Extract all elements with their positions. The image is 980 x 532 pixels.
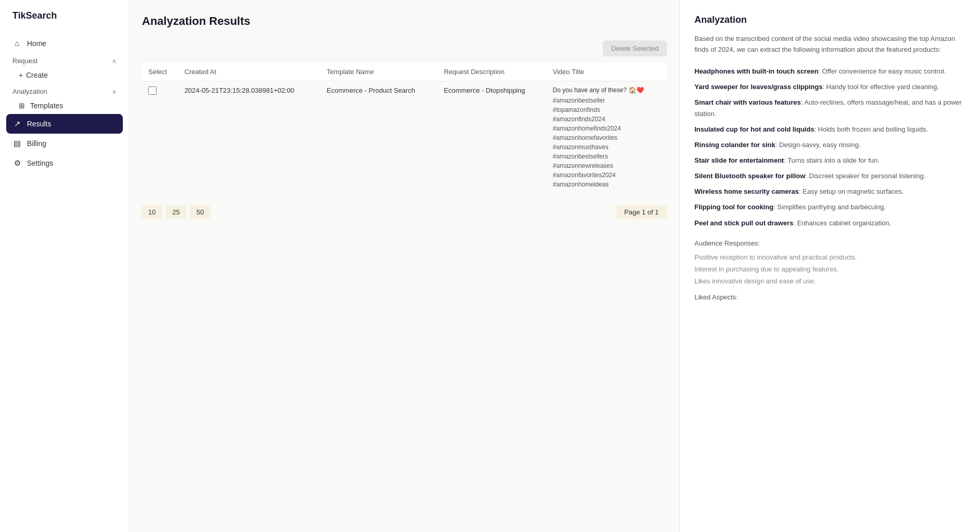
home-icon: ⌂ (12, 39, 22, 48)
row-select-cell (142, 81, 178, 195)
row-checkbox-0[interactable] (148, 87, 157, 95)
table-panel: Analyzation Results Delete Selected Sele… (130, 0, 679, 532)
analysis-product-0: Headphones with built-in touch screen: O… (694, 66, 965, 77)
analysis-product-5: Stair slide for entertainment: Turns sta… (694, 155, 965, 166)
col-video-title: Video Title (547, 63, 667, 81)
analysis-intro: Based on the transcribed content of the … (694, 34, 965, 55)
plus-icon: + (19, 71, 23, 79)
page-size-25[interactable]: 25 (166, 205, 186, 219)
audience-responses-label: Audience Responses: (694, 239, 965, 247)
col-created-at: Created At (178, 63, 320, 81)
sidebar-item-templates[interactable]: ⊞ Templates (0, 97, 129, 114)
create-label: Create (26, 71, 48, 79)
content-area: Analyzation Results Delete Selected Sele… (130, 0, 980, 532)
row-template-name: Ecommerce - Product Search (320, 81, 437, 195)
product-name-9: Peel and stick pull out drawers (694, 219, 793, 227)
product-name-8: Flipping tool for cooking (694, 203, 773, 211)
analysis-product-4: Rinsing colander for sink: Design-savvy,… (694, 139, 965, 151)
sidebar-item-home[interactable]: ⌂ Home (0, 34, 129, 53)
product-name-3: Insulated cup for hot and cold liquids (694, 125, 814, 133)
audience-response-1: Interest in purchasing due to appealing … (694, 265, 965, 273)
row-video-title: Do you have any of these? 🏠❤️#amazonbest… (547, 81, 667, 195)
sidebar-section-request: Request ∧ (0, 53, 129, 67)
toolbar: Delete Selected (142, 40, 667, 56)
analysis-audience: Positive reception to innovative and pra… (694, 253, 965, 285)
audience-response-0: Positive reception to innovative and pra… (694, 253, 965, 261)
col-request-desc: Request Description (437, 63, 546, 81)
billing-label: Billing (27, 139, 46, 148)
video-main-text: Do you have any of these? 🏠❤️ (553, 87, 661, 94)
analysis-title: Analyzation (694, 15, 965, 25)
table-body: 2024-05-21T23:15:28.038981+02:00Ecommerc… (142, 81, 667, 195)
row-created-at: 2024-05-21T23:15:28.038981+02:00 (178, 81, 320, 195)
sidebar-item-results[interactable]: ↗ Results (6, 114, 123, 134)
analyzation-label: Analyzation (12, 88, 47, 95)
product-name-4: Rinsing colander for sink (694, 141, 775, 149)
results-label: Results (27, 120, 51, 128)
analyzation-chevron: ∧ (112, 88, 117, 95)
audience-response-2: Likes innovative design and ease of use. (694, 277, 965, 285)
analysis-product-1: Yard sweeper for leaves/grass clippings:… (694, 81, 965, 93)
sidebar-item-settings[interactable]: ⚙ Settings (0, 153, 129, 173)
product-name-5: Stair slide for entertainment (694, 156, 784, 164)
request-chevron: ∧ (112, 57, 117, 65)
sidebar-section-analyzation: Analyzation ∧ (0, 83, 129, 97)
table-icon: ⊞ (19, 102, 25, 110)
sidebar-item-billing[interactable]: ▤ Billing (0, 134, 129, 153)
results-icon: ↗ (12, 119, 22, 128)
product-name-6: Silent Bluetooth speaker for pillow (694, 172, 805, 180)
request-label: Request (12, 57, 37, 65)
table-row: 2024-05-21T23:15:28.038981+02:00Ecommerc… (142, 81, 667, 195)
sidebar: TikSearch ⌂ Home Request ∧ + Create Anal… (0, 0, 130, 532)
table-header: Select Created At Template Name Request … (142, 63, 667, 81)
page-info: Page 1 of 1 (616, 205, 667, 219)
page-size-50[interactable]: 50 (190, 205, 210, 219)
home-label: Home (27, 39, 46, 48)
col-template-name: Template Name (320, 63, 437, 81)
analysis-products: Headphones with built-in touch screen: O… (694, 66, 965, 229)
page-title: Analyzation Results (142, 15, 667, 28)
analysis-product-3: Insulated cup for hot and cold liquids: … (694, 124, 965, 135)
liked-aspects-label: Liked Aspects: (694, 293, 965, 301)
analysis-product-2: Smart chair with various features: Auto-… (694, 97, 965, 120)
delete-selected-button[interactable]: Delete Selected (603, 40, 667, 56)
templates-label: Templates (30, 102, 63, 110)
product-name-1: Yard sweeper for leaves/grass clippings (694, 83, 822, 91)
settings-icon: ⚙ (12, 159, 22, 168)
pagination: 10 25 50 Page 1 of 1 (142, 205, 667, 219)
main-content: Analyzation Results Delete Selected Sele… (130, 0, 980, 532)
app-logo: TikSearch (0, 10, 129, 34)
analysis-product-7: Wireless home security cameras: Easy set… (694, 186, 965, 197)
row-request-description: Ecommerce - Dtopshipping (437, 81, 546, 195)
analysis-product-9: Peel and stick pull out drawers: Enhance… (694, 218, 965, 229)
results-table: Select Created At Template Name Request … (142, 63, 667, 195)
sidebar-item-create[interactable]: + Create (0, 67, 129, 83)
billing-icon: ▤ (12, 139, 22, 148)
product-name-0: Headphones with built-in touch screen (694, 67, 818, 75)
col-select: Select (142, 63, 178, 81)
video-hashtags: #amazonbestseller#topamazonfinds#amazonf… (553, 96, 661, 189)
page-size-10[interactable]: 10 (142, 205, 162, 219)
product-name-2: Smart chair with various features (694, 98, 801, 106)
analysis-product-8: Flipping tool for cooking: Simplifies pa… (694, 202, 965, 213)
analysis-product-6: Silent Bluetooth speaker for pillow: Dis… (694, 170, 965, 182)
analysis-panel: Analyzation Based on the transcribed con… (679, 0, 980, 532)
settings-label: Settings (27, 159, 53, 167)
product-name-7: Wireless home security cameras (694, 188, 799, 195)
